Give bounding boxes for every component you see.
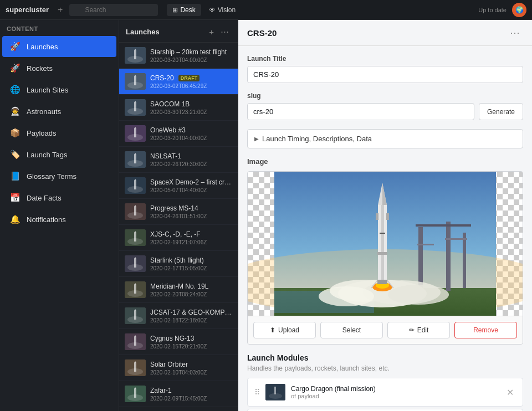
launch-thumbnail bbox=[125, 99, 146, 116]
delete-module-button[interactable]: ✕ bbox=[504, 386, 516, 399]
launch-thumbnail bbox=[125, 229, 146, 246]
drag-handle-icon[interactable]: ⠿ bbox=[254, 388, 260, 397]
launch-item[interactable]: OneWeb #3 2020-03-20T04:00:00Z bbox=[119, 121, 238, 147]
sidebar-item-glossary[interactable]: 📘 Glossary Terms bbox=[2, 166, 116, 187]
remove-image-button[interactable]: Remove bbox=[454, 322, 517, 338]
launch-date: 2020-02-10T04:03:00Z bbox=[150, 369, 232, 376]
svg-rect-6 bbox=[134, 76, 136, 85]
sync-status: Up to date bbox=[478, 7, 507, 13]
payloads-icon: 📦 bbox=[9, 127, 21, 139]
slug-input[interactable] bbox=[247, 103, 474, 120]
generate-slug-button[interactable]: Generate bbox=[479, 103, 523, 120]
launch-thumbnail bbox=[125, 73, 146, 90]
launch-item[interactable]: Starship – 20km test flight 2020-03-20T0… bbox=[119, 43, 238, 69]
launch-item[interactable]: Starlink (5th flight) 2020-02-17T15:05:0… bbox=[119, 251, 238, 277]
svg-rect-14 bbox=[134, 129, 136, 137]
launch-info: SpaceX Demo-2 – first crewed flight 2020… bbox=[150, 178, 232, 193]
sidebar-item-astronauts[interactable]: 👨‍🚀 Astronauts bbox=[2, 101, 116, 122]
search-input[interactable] bbox=[69, 4, 158, 16]
modules-title: Launch Modules bbox=[247, 353, 523, 362]
launch-info: Solar Orbiter 2020-02-10T04:03:00Z bbox=[150, 361, 232, 376]
sidebar-item-notifications[interactable]: 🔔 Notifications bbox=[2, 209, 116, 230]
launch-info: Progress MS-14 2020-04-26T01:51:00Z bbox=[150, 204, 232, 219]
svg-rect-98 bbox=[381, 205, 384, 282]
svg-point-94 bbox=[388, 285, 449, 305]
select-image-button[interactable]: Select bbox=[320, 322, 383, 338]
modules-list: ⠿ Cargo Dragon (final mission) of payloa… bbox=[247, 378, 523, 411]
launch-sites-icon: 🌐 bbox=[9, 84, 21, 96]
sidebar-item-label-date-facts: Date Facts bbox=[27, 194, 62, 202]
launch-item[interactable]: NSLSAT-1 2020-02-26T20:30:00Z bbox=[119, 147, 238, 173]
search-wrap: 🔍 bbox=[69, 4, 158, 16]
launch-item[interactable]: SAOCOM 1B 2020-03-30T23:21:00Z bbox=[119, 95, 238, 121]
launch-date: 2020-03-20T04:00:00Z bbox=[150, 57, 232, 63]
launch-name: Solar Orbiter bbox=[150, 361, 188, 368]
add-launch-button[interactable]: + bbox=[207, 25, 216, 38]
launch-name: Meridian-M No. 19L bbox=[150, 282, 208, 290]
launch-timing-section: ▶ Launch Timing, Descriptions, Data bbox=[247, 129, 523, 148]
launch-info: Zafar-1 2020-02-09T15:45:00Z bbox=[150, 387, 232, 402]
launch-name: SAOCOM 1B bbox=[150, 100, 190, 108]
svg-rect-54 bbox=[134, 389, 136, 398]
launch-item[interactable]: Zafar-1 2020-02-09T15:45:00Z bbox=[119, 381, 238, 407]
launch-item[interactable]: Cygnus NG-13 2020-02-15T20:21:00Z bbox=[119, 329, 238, 355]
launch-item[interactable]: Solar Orbiter 2020-02-10T04:03:00Z bbox=[119, 355, 238, 381]
launch-item[interactable]: Progress MS-14 2020-04-26T01:51:00Z bbox=[119, 199, 238, 225]
sidebar-item-launches[interactable]: 🚀 Launches bbox=[2, 36, 116, 57]
topbar-nav: ⊞ Desk 👁 Vision bbox=[167, 4, 241, 16]
date-facts-icon: 📅 bbox=[9, 192, 21, 204]
launches-header: Launches + ⋯ bbox=[119, 20, 238, 43]
new-tab-button[interactable]: + bbox=[55, 4, 65, 16]
sidebar-item-launch-sites[interactable]: 🌐 Launch Sites bbox=[2, 79, 116, 100]
launch-date: 2020-02-17T15:05:00Z bbox=[150, 265, 232, 271]
launch-name: NSLSAT-1 bbox=[150, 152, 181, 160]
svg-rect-30 bbox=[134, 233, 136, 242]
upload-image-button[interactable]: ⬆ Upload bbox=[253, 322, 316, 338]
slug-section: slug Generate bbox=[247, 92, 523, 120]
sidebar-item-payloads[interactable]: 📦 Payloads bbox=[2, 122, 116, 143]
launch-item[interactable]: JCSAT-17 & GEO-KOMPSAT 2B 2020-02-18T22:… bbox=[119, 303, 238, 329]
svg-rect-85 bbox=[446, 222, 451, 291]
rockets-icon: 🚀 bbox=[9, 62, 21, 74]
collapsible-header[interactable]: ▶ Launch Timing, Descriptions, Data bbox=[248, 130, 523, 148]
svg-rect-103 bbox=[377, 252, 387, 255]
launch-name: OneWeb #3 bbox=[150, 126, 186, 134]
detail-menu-button[interactable]: ⋯ bbox=[507, 25, 523, 40]
launch-title-input[interactable] bbox=[247, 66, 523, 83]
sidebar-items: 🚀 Launches 🚀 Rockets 🌐 Launch Sites 👨‍🚀 … bbox=[0, 35, 119, 230]
launch-info: Cygnus NG-13 2020-02-15T20:21:00Z bbox=[150, 335, 232, 350]
launch-item[interactable]: IGS-Optical 7 2020-02-09T01:34:00Z bbox=[119, 407, 238, 411]
nav-vision[interactable]: 👁 Vision bbox=[203, 4, 241, 16]
nav-desk[interactable]: ⊞ Desk bbox=[167, 4, 201, 16]
launch-name: Cygnus NG-13 bbox=[150, 335, 194, 342]
svg-rect-87 bbox=[416, 224, 471, 227]
svg-rect-88 bbox=[417, 244, 434, 245]
launch-info: Starship – 20km test flight 2020-03-20T0… bbox=[150, 48, 232, 63]
svg-rect-2 bbox=[134, 50, 136, 59]
launches-panel-title: Launches bbox=[126, 28, 207, 36]
launch-name: SpaceX Demo-2 – first crewed flight bbox=[150, 178, 232, 186]
svg-rect-84 bbox=[418, 227, 423, 291]
image-actions: ⬆ Upload Select ✏ Edit Remove bbox=[248, 316, 523, 344]
module-item: ⠿ Cargo Dragon (final mission) of payloa… bbox=[247, 378, 523, 407]
launch-item[interactable]: Meridian-M No. 19L 2020-02-20T08:24:00Z bbox=[119, 277, 238, 303]
launch-item[interactable]: CRS-20 DRAFT 2020-03-02T06:45:29Z bbox=[119, 69, 238, 95]
image-label: Image bbox=[247, 157, 523, 166]
launches-menu-button[interactable]: ⋯ bbox=[218, 25, 231, 38]
launch-name: XJS-C, -D, -E, -F bbox=[150, 230, 201, 238]
module-info: Cargo Dragon (final mission) of payload bbox=[291, 385, 499, 399]
sidebar-item-date-facts[interactable]: 📅 Date Facts bbox=[2, 187, 116, 208]
sidebar-item-launch-tags[interactable]: 🏷️ Launch Tags bbox=[2, 144, 116, 165]
launch-item[interactable]: SpaceX Demo-2 – first crewed flight 2020… bbox=[119, 173, 238, 199]
glossary-icon: 📘 bbox=[9, 170, 21, 182]
launch-item[interactable]: XJS-C, -D, -E, -F 2020-02-19T21:07:06Z bbox=[119, 225, 238, 251]
svg-rect-22 bbox=[134, 181, 136, 189]
topbar-right: Up to date 🌍 bbox=[478, 3, 526, 17]
sidebar-item-label-astronauts: Astronauts bbox=[27, 107, 61, 116]
sidebar-item-label-payloads: Payloads bbox=[27, 129, 56, 137]
sidebar-item-rockets[interactable]: 🚀 Rockets bbox=[2, 58, 116, 79]
user-avatar[interactable]: 🌍 bbox=[512, 3, 526, 17]
launches-header-actions: + ⋯ bbox=[207, 25, 231, 38]
launch-tags-icon: 🏷️ bbox=[9, 148, 21, 161]
edit-image-button[interactable]: ✏ Edit bbox=[387, 322, 450, 338]
